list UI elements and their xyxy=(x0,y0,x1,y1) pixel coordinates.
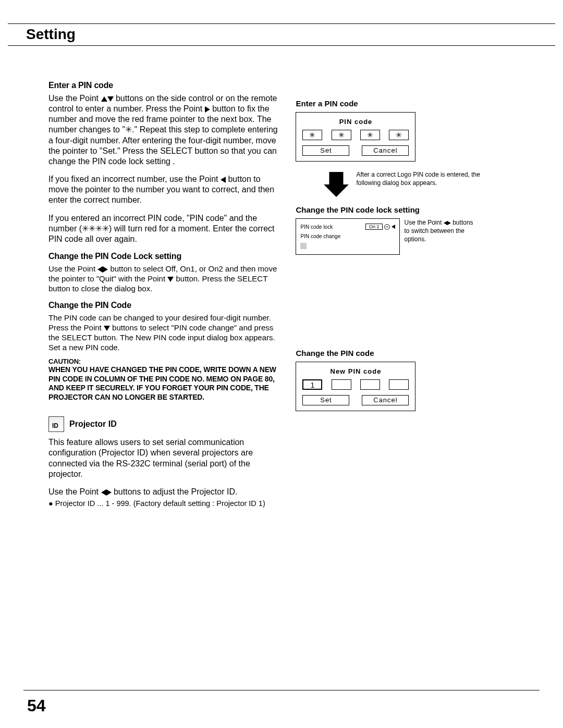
heading-enter-pin: Enter a PIN code xyxy=(48,81,283,90)
set-button[interactable]: Set xyxy=(302,145,349,156)
triangle-left-icon xyxy=(221,177,226,183)
label-enter-pin: Enter a PIN code xyxy=(296,99,515,108)
para-enter-pin-2: If you fixed an incorrect number, use th… xyxy=(48,174,283,205)
lock-value[interactable]: On 1 xyxy=(365,224,383,230)
pin-dialog-title: PIN code xyxy=(302,118,409,126)
projector-id-range: ● Projector ID ... 1 - 999. (Factory def… xyxy=(48,499,283,508)
down-arrow-icon xyxy=(323,171,350,198)
para-enter-pin-3: If you entered an incorrect PIN code, "P… xyxy=(48,213,283,244)
label-change-pin: Change the PIN code xyxy=(296,349,515,357)
svg-marker-0 xyxy=(324,172,349,197)
new-pin-digit-4[interactable] xyxy=(389,379,409,390)
triangle-down-icon xyxy=(167,277,174,282)
pin-digit-4[interactable]: ✳ xyxy=(389,130,409,140)
right-column: Enter a PIN code PIN code ✳ ✳ ✳ ✳ Set Ca… xyxy=(296,81,515,508)
projector-id-icon: ID xyxy=(48,416,64,432)
cancel-button[interactable]: Cancel xyxy=(362,145,409,156)
left-column: Enter a PIN code Use the Point buttons o… xyxy=(48,81,283,508)
triangle-left-icon xyxy=(97,266,103,273)
triangle-up-icon xyxy=(101,96,107,102)
triangle-right-icon xyxy=(106,489,112,496)
section-header: Setting xyxy=(8,23,555,46)
arrow-note: After a correct Logo PIN code is entered… xyxy=(323,171,515,198)
new-pin-digit-3[interactable] xyxy=(360,379,380,390)
lock-row-label: PIN code lock xyxy=(300,224,333,230)
caution-body: WHEN YOU HAVE CHANGED THE PIN CODE, WRIT… xyxy=(48,365,283,402)
pin-digit-3[interactable]: ✳ xyxy=(360,130,380,140)
para-change-lock: Use the Point button to select Off, On1,… xyxy=(48,264,283,293)
new-pin-dialog: New PIN code 1 Set Cancel xyxy=(296,362,415,411)
triangle-left-icon xyxy=(444,221,447,225)
triangle-down-icon xyxy=(107,96,114,102)
section-title: Setting xyxy=(8,24,555,43)
new-pin-title: New PIN code xyxy=(302,367,409,375)
lock-side-note: Use the Point buttons to switch between … xyxy=(404,218,480,244)
page-number: 54 xyxy=(27,696,46,715)
triangle-down-icon xyxy=(104,326,110,331)
quit-icon[interactable] xyxy=(300,243,307,249)
projector-id-instruction: Use the Point buttons to adjust the Proj… xyxy=(48,487,283,497)
footer-divider xyxy=(23,690,540,690)
pin-digit-2[interactable]: ✳ xyxy=(332,130,351,140)
label-change-lock: Change the PIN code lock setting xyxy=(296,205,515,214)
cancel-button[interactable]: Cancel xyxy=(362,395,409,405)
set-button[interactable]: Set xyxy=(302,395,349,405)
pin-digit-1[interactable]: ✳ xyxy=(302,130,322,140)
para-change-pin: The PIN code can be changed to your desi… xyxy=(48,313,283,352)
heading-change-pin: Change the PIN Code xyxy=(48,301,283,310)
arrow-note-text: After a correct Logo PIN code is entered… xyxy=(356,171,486,187)
para-enter-pin-1: Use the Point buttons on the side contro… xyxy=(48,93,283,167)
projector-id-intro: This feature allows users to set serial … xyxy=(48,437,283,479)
selector-dial-icon xyxy=(384,224,390,230)
triangle-right-icon xyxy=(103,266,108,273)
triangle-right-icon xyxy=(205,106,210,113)
left-arrow-small-icon xyxy=(391,225,395,229)
new-pin-digit-1[interactable]: 1 xyxy=(302,379,322,390)
new-pin-digit-2[interactable] xyxy=(332,379,351,390)
heading-change-lock: Change the PIN Code Lock setting xyxy=(48,252,283,261)
caution-label: CAUTION: xyxy=(48,357,283,365)
projector-id-heading: ID Projector ID xyxy=(48,416,283,432)
pin-lock-dialog: PIN code lock On 1 PIN code change xyxy=(296,218,400,255)
triangle-right-icon xyxy=(447,221,451,225)
lock-row-change[interactable]: PIN code change xyxy=(300,233,340,239)
pin-code-dialog: PIN code ✳ ✳ ✳ ✳ Set Cancel xyxy=(296,112,415,162)
triangle-left-icon xyxy=(101,489,106,496)
